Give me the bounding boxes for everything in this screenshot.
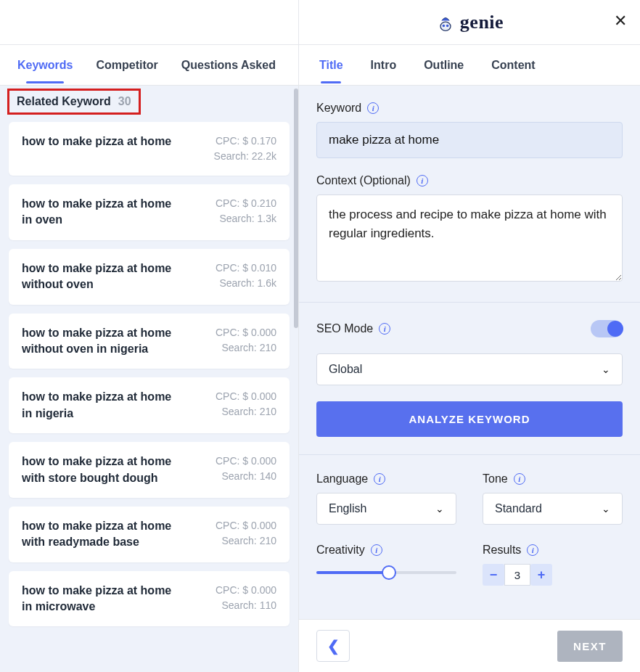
keyword-card[interactable]: how to make pizza at home with readymade…: [9, 507, 290, 562]
keyword-cpc: CPC: $ 0.210: [216, 196, 276, 211]
keyword-stats: CPC: $ 0.000Search: 140: [216, 454, 276, 484]
close-icon[interactable]: ✕: [614, 13, 627, 29]
left-header-blank: [0, 0, 298, 45]
keyword-stats: CPC: $ 0.010Search: 1.6k: [216, 261, 276, 291]
info-icon[interactable]: i: [379, 323, 390, 335]
chevron-down-icon: ⌄: [602, 364, 610, 375]
keyword-label: Keyword i: [316, 102, 623, 115]
chevron-left-icon: ❮: [327, 637, 340, 655]
left-body: Related Keyword 30 how to make pizza at …: [0, 86, 298, 672]
left-panel: Keywords Competitor Questions Asked Rela…: [0, 0, 299, 672]
keyword-search: Search: 1.3k: [216, 211, 276, 226]
tone-value: Standard: [495, 502, 542, 515]
keyword-stats: CPC: $ 0.170Search: 22.2k: [214, 134, 276, 164]
keyword-card[interactable]: how to make pizza at home in ovenCPC: $ …: [9, 184, 290, 240]
keyword-cpc: CPC: $ 0.010: [216, 261, 276, 276]
logo-text: genie: [460, 12, 504, 33]
language-select[interactable]: English ⌄: [316, 493, 456, 525]
tab-outline[interactable]: Outline: [424, 48, 464, 83]
keyword-text: how to make pizza at home with readymade…: [22, 518, 174, 551]
creativity-results-row: Creativity i Results i −: [316, 544, 623, 586]
tone-label: Tone i: [483, 472, 623, 485]
scrollbar[interactable]: [294, 89, 298, 328]
keyword-text: how to make pizza at home without oven i…: [22, 325, 174, 358]
divider: [299, 302, 640, 303]
keyword-text: how to make pizza at home in microwave: [22, 583, 174, 615]
results-value[interactable]: 3: [504, 564, 530, 586]
keyword-card[interactable]: how to make pizza at homeCPC: $ 0.170Sea…: [9, 122, 290, 176]
keyword-stats: CPC: $ 0.210Search: 1.3k: [216, 196, 276, 226]
keyword-search: Search: 22.2k: [214, 149, 276, 164]
context-label-text: Context (Optional): [316, 174, 411, 187]
info-icon[interactable]: i: [514, 473, 525, 485]
right-tabs: Title Intro Outline Content: [299, 45, 640, 86]
keyword-list: how to make pizza at homeCPC: $ 0.170Sea…: [9, 122, 290, 626]
divider: [299, 454, 640, 455]
slider-thumb[interactable]: [382, 565, 396, 580]
keyword-cpc: CPC: $ 0.000: [216, 454, 276, 469]
keyword-stats: CPC: $ 0.000Search: 210: [216, 325, 276, 356]
tab-intro[interactable]: Intro: [371, 48, 397, 83]
keyword-search: Search: 210: [216, 404, 276, 419]
tab-competitor[interactable]: Competitor: [96, 48, 157, 83]
results-label-text: Results: [483, 544, 521, 557]
tab-title[interactable]: Title: [319, 48, 343, 83]
language-value: English: [329, 502, 366, 515]
info-icon[interactable]: i: [527, 544, 538, 556]
logo: genie: [435, 12, 504, 33]
chevron-down-icon: ⌄: [435, 503, 444, 515]
results-decrement[interactable]: −: [483, 564, 504, 586]
info-icon[interactable]: i: [374, 473, 385, 485]
right-header: genie ✕: [299, 0, 640, 45]
svg-point-0: [440, 22, 451, 30]
results-stepper: − 3 +: [483, 564, 623, 586]
tab-questions-asked[interactable]: Questions Asked: [181, 48, 276, 83]
keyword-search: Search: 1.6k: [216, 276, 276, 291]
seo-mode-toggle[interactable]: [591, 320, 623, 337]
info-icon[interactable]: i: [371, 544, 382, 556]
toggle-knob: [607, 321, 623, 337]
tab-content[interactable]: Content: [491, 48, 535, 83]
related-keyword-label: Related Keyword: [17, 95, 111, 108]
region-value: Global: [329, 363, 362, 376]
back-button[interactable]: ❮: [316, 630, 350, 662]
right-panel: genie ✕ Title Intro Outline Content Keyw…: [299, 0, 640, 672]
language-label: Language i: [316, 472, 456, 485]
context-textarea[interactable]: [316, 194, 623, 282]
tone-label-text: Tone: [483, 472, 508, 485]
keyword-input[interactable]: [316, 122, 623, 158]
keyword-text: how to make pizza at home: [22, 134, 171, 149]
results-increment[interactable]: +: [530, 564, 552, 586]
tone-select[interactable]: Standard ⌄: [483, 493, 623, 525]
keyword-card[interactable]: how to make pizza at home in nigeriaCPC:…: [9, 377, 290, 433]
right-footer: ❮ NEXT: [299, 619, 640, 672]
tab-keywords[interactable]: Keywords: [17, 48, 73, 83]
keyword-search: Search: 110: [216, 598, 276, 613]
language-label-text: Language: [316, 472, 368, 485]
keyword-cpc: CPC: $ 0.170: [214, 134, 276, 149]
keyword-stats: CPC: $ 0.000Search: 210: [216, 389, 276, 419]
keyword-search: Search: 140: [216, 469, 276, 484]
region-select[interactable]: Global ⌄: [316, 353, 623, 385]
analyze-keyword-button[interactable]: ANALYZE KEYWORD: [316, 401, 623, 437]
related-keyword-count: 30: [118, 95, 131, 108]
keyword-card[interactable]: how to make pizza at home without oven i…: [9, 314, 290, 369]
seo-mode-label: SEO Mode i: [316, 322, 390, 335]
info-icon[interactable]: i: [367, 102, 379, 114]
left-tabs: Keywords Competitor Questions Asked: [0, 45, 298, 86]
keyword-stats: CPC: $ 0.000Search: 110: [216, 583, 276, 613]
info-icon[interactable]: i: [417, 175, 428, 187]
creativity-label-text: Creativity: [316, 544, 365, 557]
keyword-card[interactable]: how to make pizza at home in microwaveCP…: [9, 571, 290, 627]
keyword-card[interactable]: how to make pizza at home without ovenCP…: [9, 249, 290, 305]
next-button[interactable]: NEXT: [557, 631, 623, 662]
keyword-text: how to make pizza at home without oven: [22, 261, 174, 293]
keyword-cpc: CPC: $ 0.000: [216, 583, 276, 598]
creativity-slider[interactable]: [316, 564, 456, 581]
keyword-search: Search: 210: [216, 533, 276, 549]
keyword-cpc: CPC: $ 0.000: [216, 325, 276, 340]
lang-tone-row: Language i English ⌄ Tone i Standard: [316, 472, 623, 525]
keyword-cpc: CPC: $ 0.000: [216, 389, 276, 404]
svg-point-2: [446, 24, 449, 27]
keyword-card[interactable]: how to make pizza at home with store bou…: [9, 442, 290, 498]
